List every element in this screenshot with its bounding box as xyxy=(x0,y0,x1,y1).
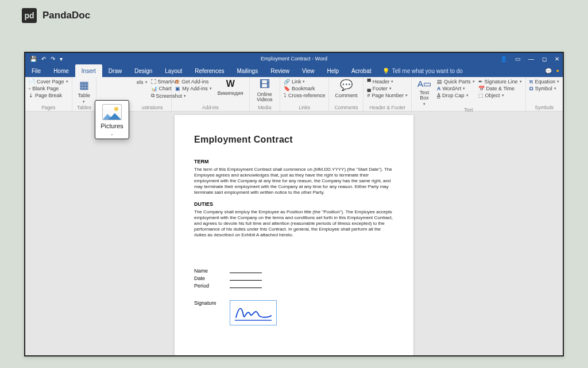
ribbon-display-icon[interactable]: ▭ xyxy=(515,56,520,62)
symbol-button[interactable]: ΩSymbol▾ xyxy=(529,86,559,91)
omega-icon: Ω xyxy=(529,86,533,91)
minimize-icon[interactable]: — xyxy=(528,56,534,62)
ribbon: 📄Cover Page▾ ▫Blank Page ⤓Page Break Pag… xyxy=(25,77,563,112)
smartart-icon: ⛶ xyxy=(151,79,156,85)
logo-mark: pd xyxy=(22,8,37,23)
group-comments: 💬 Comment Comments xyxy=(329,77,363,111)
shapes-dropdown[interactable]: els▾ xyxy=(137,79,148,85)
pictures-callout[interactable]: Pictures ⌄ xyxy=(95,100,129,139)
quick-parts-button[interactable]: ▤Quick Parts▾ xyxy=(437,79,475,85)
link-icon: 🔗 xyxy=(284,79,290,85)
signature-scribble-icon xyxy=(233,303,273,323)
object-button[interactable]: ⬚Object▾ xyxy=(478,93,522,98)
wordart-button[interactable]: AWordArt▾ xyxy=(437,86,475,91)
section-term-body: The term of this Employment Contract sha… xyxy=(194,167,394,195)
pandadoc-logo: pd PandaDoc xyxy=(0,0,588,29)
cover-page-button[interactable]: 📄Cover Page▾ xyxy=(29,79,68,85)
field-period: Period xyxy=(194,283,394,289)
tab-view[interactable]: View xyxy=(296,64,321,77)
dropcap-icon: A̲ xyxy=(437,93,440,98)
wordart-icon: A xyxy=(437,86,441,91)
chevron-down-icon: ⌄ xyxy=(110,132,114,136)
object-icon: ⬚ xyxy=(478,93,483,98)
group-media: 🎞 Online Videos Media xyxy=(250,77,280,111)
pagenum-icon: # xyxy=(367,93,370,98)
tab-insert[interactable]: Insert xyxy=(75,64,102,77)
title-bar: 💾 ↶ ↷ ▾ Employment Contract - Word 👤 ▭ —… xyxy=(25,53,563,64)
tab-home[interactable]: Home xyxy=(47,64,75,77)
equation-button[interactable]: πEquation▾ xyxy=(529,79,559,85)
tab-design[interactable]: Design xyxy=(128,64,158,77)
tell-me-search[interactable]: 💡 Tell me what you want to do xyxy=(378,64,463,77)
online-videos-button[interactable]: 🎞 Online Videos xyxy=(253,79,276,102)
table-icon: ▦ xyxy=(79,79,89,91)
document-page: Employment Contract TERM The term of thi… xyxy=(175,115,413,355)
tab-file[interactable]: File xyxy=(25,64,47,77)
bookmark-icon: 🔖 xyxy=(284,86,290,91)
logo-text: PandaDoc xyxy=(42,10,90,21)
page-icon: 📄 xyxy=(29,79,35,85)
page-break-icon: ⤓ xyxy=(29,93,33,98)
video-icon: 🎞 xyxy=(260,79,270,91)
share-dot[interactable]: ● xyxy=(556,68,559,74)
tab-mailings[interactable]: Mailings xyxy=(230,64,264,77)
restore-icon[interactable]: ◻ xyxy=(542,56,547,62)
text-box-button[interactable]: A▭ Text Box▾ xyxy=(415,79,434,106)
tab-draw[interactable]: Draw xyxy=(102,64,128,77)
signature-box[interactable] xyxy=(230,300,277,325)
close-icon[interactable]: ✕ xyxy=(555,56,559,62)
header-button[interactable]: ▀Header▾ xyxy=(367,79,408,85)
screenshot-icon: ⧉ xyxy=(151,93,154,99)
get-addins-button[interactable]: ⊞Get Add-ins xyxy=(175,79,212,85)
link-button[interactable]: 🔗Link▾ xyxy=(284,79,326,85)
signature-icon: ✒ xyxy=(478,79,483,85)
lightbulb-icon: 💡 xyxy=(382,68,389,74)
section-term-heading: TERM xyxy=(194,159,394,164)
document-canvas[interactable]: Employment Contract TERM The term of thi… xyxy=(25,112,563,355)
user-icon[interactable]: 👤 xyxy=(500,56,507,62)
doc-title: Employment Contract xyxy=(194,135,394,145)
tab-layout[interactable]: Layout xyxy=(158,64,188,77)
date-time-button[interactable]: 📅Date & Time xyxy=(478,86,522,91)
drop-cap-button[interactable]: A̲Drop Cap▾ xyxy=(437,93,475,98)
group-text: A▭ Text Box▾ ▤Quick Parts▾ AWordArt▾ A̲D… xyxy=(412,77,526,111)
my-addins-button[interactable]: ▣My Add-ins▾ xyxy=(175,86,212,91)
group-links: 🔗Link▾ 🔖Bookmark ⤵Cross-reference Links xyxy=(280,77,330,111)
pictures-icon xyxy=(102,104,122,120)
tab-references[interactable]: References xyxy=(188,64,230,77)
crossref-icon: ⤵ xyxy=(284,93,287,98)
bookmark-button[interactable]: 🔖Bookmark xyxy=(284,86,326,91)
footer-button[interactable]: ▄Footer▾ xyxy=(367,86,408,91)
group-tables: ▦ Table ▾ Tables xyxy=(72,77,97,111)
blank-page-icon: ▫ xyxy=(29,86,30,91)
tab-review[interactable]: Review xyxy=(264,64,296,77)
section-duties-body: The Company shall employ the Employee as… xyxy=(194,209,394,238)
pi-icon: π xyxy=(529,79,533,85)
comment-button[interactable]: 💬 Comment xyxy=(332,79,359,98)
group-header-footer: ▀Header▾ ▄Footer▾ #Page Number▾ Header &… xyxy=(363,77,412,111)
signature-line-button[interactable]: ✒Signature Line▾ xyxy=(478,79,522,85)
store-icon: ⊞ xyxy=(175,79,180,85)
page-break-button[interactable]: ⤓Page Break xyxy=(29,93,68,98)
header-icon: ▀ xyxy=(367,79,370,85)
tab-acrobat[interactable]: Acrobat xyxy=(345,64,377,77)
page-number-button[interactable]: #Page Number▾ xyxy=(367,93,408,98)
quickparts-icon: ▤ xyxy=(437,79,442,85)
wikipedia-icon: W xyxy=(226,79,235,89)
word-app-window: 💾 ↶ ↷ ▾ Employment Contract - Word 👤 ▭ —… xyxy=(24,52,564,356)
ribbon-tabs: File Home Insert Draw Design Layout Refe… xyxy=(25,64,563,77)
field-date: Date xyxy=(194,275,394,281)
textbox-icon: A▭ xyxy=(417,79,431,89)
comments-pane-icon[interactable]: 💬 xyxy=(545,68,552,74)
wikipedia-button[interactable]: W Википедия xyxy=(215,79,246,96)
table-button[interactable]: ▦ Table ▾ xyxy=(76,79,93,104)
field-name: Name xyxy=(194,268,394,274)
group-pages: 📄Cover Page▾ ▫Blank Page ⤓Page Break Pag… xyxy=(25,77,72,111)
blank-page-button[interactable]: ▫Blank Page xyxy=(29,86,68,91)
tab-help[interactable]: Help xyxy=(320,64,345,77)
section-duties-heading: DUTIES xyxy=(194,201,394,207)
window-title: Employment Contract - Word xyxy=(25,56,563,62)
footer-icon: ▄ xyxy=(367,86,370,91)
calendar-icon: 📅 xyxy=(478,86,485,91)
cross-ref-button[interactable]: ⤵Cross-reference xyxy=(284,93,326,98)
